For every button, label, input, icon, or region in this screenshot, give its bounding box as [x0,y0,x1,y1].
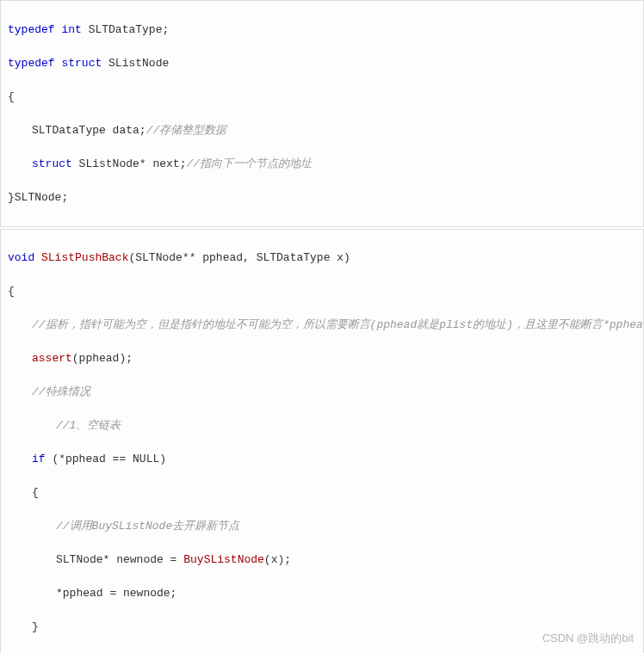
code-line: { [8,484,636,502]
code-block-pushback: void SListPushBack(SLTNode** pphead, SLT… [0,229,644,654]
keyword: typedef [8,23,55,36]
keyword: int [61,23,81,36]
comment: //特殊情况 [32,385,90,398]
code-line: void SListPushBack(SLTNode** pphead, SLT… [8,249,636,267]
comment: //据析，指针可能为空，但是指针的地址不可能为空，所以需要断言(pphead就是… [32,318,644,331]
code-line: SLTDataType data;//存储整型数据 [8,122,636,139]
keyword: if [32,453,46,465]
keyword: typedef [8,57,55,70]
code-line: typedef int SLTDataType; [8,22,636,39]
comment: //存储整型数据 [146,124,227,137]
code-text: SLTDataType; [82,23,169,36]
code-line: //特殊情况 [8,384,636,401]
code-block-typedef: typedef int SLTDataType; typedef struct … [0,0,644,227]
comment: //1、空链表 [56,419,121,432]
code-text: SListNode* next; [72,157,187,170]
keyword: struct [32,157,72,170]
code-line: if (*pphead == NULL) [8,451,636,468]
keyword: void [8,251,34,264]
code-text: (x); [264,553,291,566]
code-text: (SLTNode** pphead, SLTDataType x) [128,251,350,264]
code-text: (*pphead == NULL) [46,453,166,465]
comment: //指向下一个节点的地址 [186,157,312,170]
function-call: BuySListNode [183,553,264,566]
code-line: struct SListNode* next;//指向下一个节点的地址 [8,156,636,173]
code-line: }SLTNode; [8,189,636,206]
code-line: *pphead = newnode; [8,585,636,602]
code-text: SListNode [102,57,169,70]
comment: //调用BuySListNode去开辟新节点 [56,520,239,533]
code-line: //调用BuySListNode去开辟新节点 [8,518,636,535]
code-line: { [8,283,636,300]
code-text: SLTNode* newnode = [56,553,183,566]
code-line: //据析，指针可能为空，但是指针的地址不可能为空，所以需要断言(pphead就是… [8,317,636,334]
keyword: struct [61,57,102,70]
code-line: //1、空链表 [8,417,636,434]
code-line: SLTNode* newnode = BuySListNode(x); [8,551,636,569]
code-line: assert(pphead); [8,350,636,367]
function-name: SListPushBack [34,251,128,264]
code-text: (pphead); [72,352,133,365]
function-call: assert [32,352,72,365]
code-line: typedef struct SListNode [8,55,636,72]
code-line: { [8,89,636,106]
code-text: SLTDataType data; [32,124,146,137]
code-line: } [8,619,636,636]
